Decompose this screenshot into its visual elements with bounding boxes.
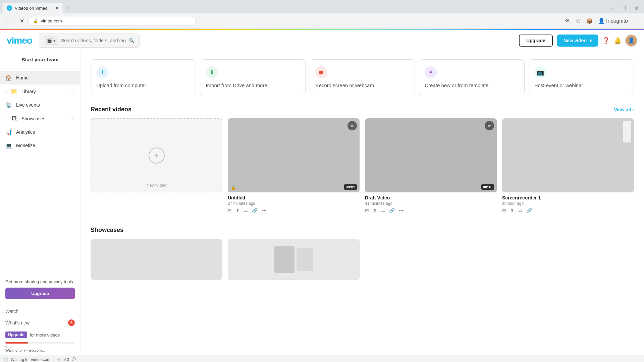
main-layout: Start your team 🏠 Home › 📁 Library + 📡 L…	[0, 51, 644, 355]
untitled-share-icon[interactable]: ⇄	[244, 208, 248, 213]
video-progress-bar	[5, 342, 28, 344]
home-icon: 🏠	[5, 74, 12, 81]
help-button[interactable]: ❓	[602, 37, 610, 44]
screenrecorder-subtitles-icon[interactable]: ⊟	[502, 208, 506, 213]
untitled-video-actions: ⊟ ⬆ ⇄ 🔗 •••	[228, 208, 360, 213]
showcase-thumb-2-part-2	[297, 248, 313, 271]
draft-video-title: Draft Video	[365, 195, 497, 200]
upgrade-button[interactable]: Upgrade	[519, 35, 553, 47]
untitled-subtitles-icon[interactable]: ⊟	[228, 208, 232, 213]
new-video-thumb: + New video	[91, 118, 222, 192]
draft-link-icon[interactable]: 🔗	[389, 208, 395, 213]
new-video-button[interactable]: New video ▾	[557, 35, 598, 47]
record-title-bold: Record	[315, 82, 331, 88]
video-card-screenrecorder[interactable]: Screenrecorder 1 an hour ago ⊟ ⬆ ⇄ 🔗	[502, 118, 634, 216]
record-card[interactable]: ⏺ Record screen or webcam	[310, 59, 415, 95]
screenrecorder-link-icon[interactable]: 🔗	[526, 208, 532, 213]
view-all-chevron: ›	[632, 107, 634, 112]
create-card-icon: ✦	[425, 66, 437, 78]
watch-item[interactable]: Watch	[5, 306, 75, 317]
import-card[interactable]: ⬇ Import from Drive and more	[200, 59, 305, 95]
screenrecorder-bookmark-icon[interactable]: ⬆	[510, 208, 514, 213]
import-title-rest: from Drive and more	[221, 82, 267, 88]
showcase-card-2[interactable]	[228, 239, 360, 280]
library-add-icon[interactable]: +	[71, 88, 75, 95]
active-tab[interactable]: V Videos on Vimeo ✕	[3, 3, 63, 13]
notifications-button[interactable]: 🔔	[614, 37, 621, 44]
sidebar-item-library[interactable]: › 📁 Library +	[0, 84, 80, 98]
new-video-label: New video	[564, 38, 587, 43]
draft-subtitles-icon[interactable]: ⊟	[365, 208, 369, 213]
library-chevron-icon: ›	[5, 89, 7, 94]
search-bar: 🎬 ▾ 🔍	[39, 34, 140, 48]
search-type-button[interactable]: 🎬 ▾	[44, 37, 58, 45]
whats-new-item[interactable]: What's new 5	[5, 317, 75, 329]
back-button[interactable]: ‹	[4, 17, 8, 25]
view-all-link[interactable]: View all ›	[614, 107, 634, 112]
upload-card[interactable]: ⬆ Upload from computer	[91, 59, 196, 95]
status-count: of 3	[62, 357, 69, 362]
restore-button[interactable]: ❐	[619, 4, 629, 13]
draft-edit-icon[interactable]: ✏	[485, 121, 494, 130]
upload-title-bold: Upload	[96, 82, 112, 88]
draft-more-icon[interactable]: •••	[399, 208, 404, 213]
app-header: vimeo 🎬 ▾ 🔍 Upgrade New video ▾ ❓ 🔔 👤	[0, 30, 644, 51]
video-card-untitled[interactable]: ✏ 00:09 🔒 Untitled 27 minutes ago ⊟ ⬆ ⇄ …	[228, 118, 360, 216]
untitled-bookmark-icon[interactable]: ⬆	[236, 208, 240, 213]
screenrecorder-scroll-indicator	[623, 121, 631, 142]
search-type-chevron: ▾	[53, 38, 55, 43]
showcase-card-1[interactable]	[91, 239, 222, 280]
sidebar-item-monetize[interactable]: 💻 Monetize	[0, 139, 80, 152]
untitled-edit-icon[interactable]: ✏	[347, 121, 357, 130]
screenrecorder-share-icon[interactable]: ⇄	[518, 208, 522, 213]
draft-bookmark-icon[interactable]: ⬆	[373, 208, 377, 213]
minimize-button[interactable]: ─	[607, 4, 616, 12]
profile-button[interactable]: 👤 Incognito	[597, 16, 629, 25]
create-card[interactable]: ✦ Create new or from template	[419, 59, 524, 95]
reader-mode-button[interactable]: 👁	[564, 17, 572, 25]
untitled-link-icon[interactable]: 🔗	[252, 208, 258, 213]
browser-chrome: V Videos on Vimeo ✕ + ─ ❐ ✕ ‹ › ✕ 🔒 vime…	[0, 0, 644, 29]
untitled-video-time: 27 minutes ago	[228, 201, 360, 206]
address-input[interactable]: 🔒 vimeo.com	[28, 16, 196, 26]
showcases-grid	[91, 239, 634, 280]
avatar[interactable]: 👤	[625, 35, 637, 47]
forward-button[interactable]: ›	[11, 17, 15, 25]
waiting-text: Waiting for vimeo.com...	[5, 348, 75, 352]
import-card-icon: ⬇	[206, 66, 218, 78]
sidebar-item-live-events-label: Live events	[16, 102, 75, 108]
sidebar-item-monetize-label: Monetize	[16, 143, 75, 148]
new-video-chevron: ▾	[589, 38, 592, 43]
menu-button[interactable]: ⋮	[632, 16, 640, 25]
extension-button[interactable]: 📦	[585, 16, 594, 25]
upgrade-for-text: for more videos	[30, 333, 60, 338]
sidebar-item-live-events[interactable]: 📡 Live events	[0, 98, 80, 112]
video-grid: + New video ✏ 00:09 🔒 Untitled 27 minute…	[91, 118, 634, 216]
untitled-video-title: Untitled	[228, 195, 360, 200]
upgrade-promo-text: Get more sharing and privacy tools	[5, 279, 75, 285]
showcases-add-icon[interactable]: +	[71, 115, 75, 122]
untitled-video-info: Untitled 27 minutes ago ⊟ ⬆ ⇄ 🔗 •••	[228, 192, 360, 216]
sidebar-item-home[interactable]: 🏠 Home	[0, 71, 80, 84]
new-tab-button[interactable]: +	[64, 3, 73, 13]
start-team-section[interactable]: Start your team	[0, 51, 80, 68]
draft-duration: 00:10	[481, 184, 494, 190]
untitled-more-icon[interactable]: •••	[262, 208, 267, 213]
tab-close-button[interactable]: ✕	[55, 5, 59, 11]
video-card-draft[interactable]: ✏ 00:10 Draft Video 41 minutes ago ⊟ ⬆ ⇄…	[365, 118, 497, 216]
reload-button[interactable]: ✕	[18, 16, 25, 25]
host-card-title: Host event or webinar	[534, 82, 583, 88]
close-button[interactable]: ✕	[632, 4, 641, 13]
new-video-card[interactable]: + New video	[91, 118, 222, 216]
vimeo-logo[interactable]: vimeo	[7, 35, 32, 46]
search-input[interactable]	[61, 38, 126, 43]
draft-share-icon[interactable]: ⇄	[381, 208, 385, 213]
upgrade-promo-button[interactable]: Upgrade	[5, 288, 75, 299]
sidebar-item-analytics[interactable]: 📊 Analytics	[0, 125, 80, 139]
host-card[interactable]: 📺 Host event or webinar	[529, 59, 634, 95]
upgrade-small-button[interactable]: Upgrade	[5, 331, 27, 338]
bookmark-button[interactable]: ☆	[575, 16, 582, 25]
upload-card-icon: ⬆	[96, 66, 108, 78]
sidebar-item-showcases[interactable]: › 🖼 Showcases +	[0, 112, 80, 125]
record-card-title: Record screen or webcam	[315, 82, 374, 88]
